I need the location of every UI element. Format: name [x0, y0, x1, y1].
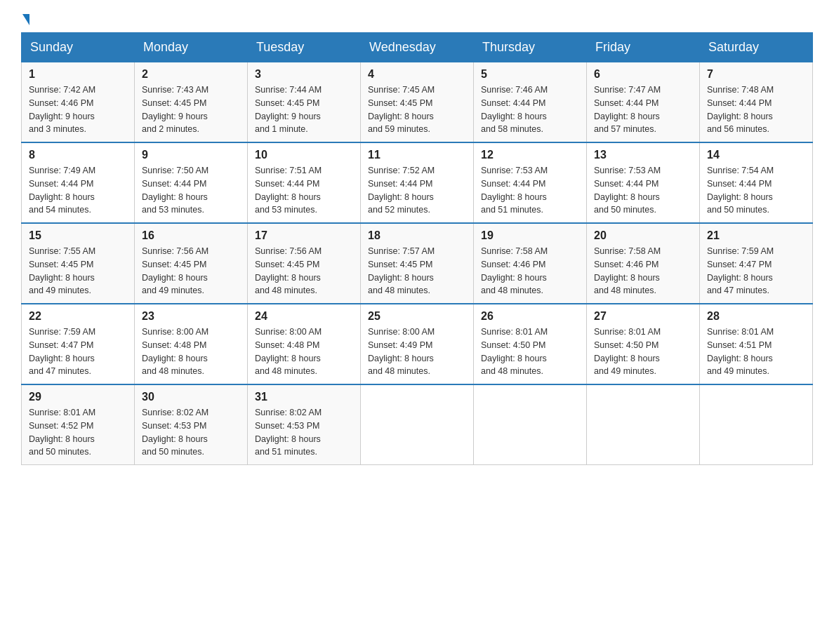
day-number: 9: [142, 149, 240, 161]
calendar-cell: 20Sunrise: 7:58 AMSunset: 4:46 PMDayligh…: [587, 223, 700, 304]
day-info: Sunrise: 7:46 AMSunset: 4:44 PMDaylight:…: [481, 83, 579, 136]
day-info: Sunrise: 7:53 AMSunset: 4:44 PMDaylight:…: [594, 164, 692, 217]
calendar-cell: 8Sunrise: 7:49 AMSunset: 4:44 PMDaylight…: [22, 142, 135, 223]
calendar-table: SundayMondayTuesdayWednesdayThursdayFrid…: [21, 32, 813, 465]
day-number: 8: [29, 149, 127, 161]
calendar-cell: 3Sunrise: 7:44 AMSunset: 4:45 PMDaylight…: [248, 62, 361, 143]
day-info: Sunrise: 7:58 AMSunset: 4:46 PMDaylight:…: [481, 245, 579, 297]
day-number: 12: [481, 149, 579, 161]
calendar-week-row: 15Sunrise: 7:55 AMSunset: 4:45 PMDayligh…: [22, 223, 813, 304]
day-number: 13: [594, 149, 692, 161]
day-number: 7: [707, 68, 805, 81]
calendar-cell: 4Sunrise: 7:45 AMSunset: 4:45 PMDaylight…: [361, 62, 474, 143]
day-number: 2: [142, 68, 240, 81]
calendar-cell: 28Sunrise: 8:01 AMSunset: 4:51 PMDayligh…: [700, 304, 813, 384]
weekday-header-sunday: Sunday: [22, 33, 135, 62]
calendar-cell: 12Sunrise: 7:53 AMSunset: 4:44 PMDayligh…: [474, 142, 587, 223]
day-number: 14: [707, 149, 805, 161]
calendar-cell: [474, 384, 587, 465]
calendar-cell: 29Sunrise: 8:01 AMSunset: 4:52 PMDayligh…: [22, 384, 135, 465]
day-info: Sunrise: 8:02 AMSunset: 4:53 PMDaylight:…: [255, 406, 353, 459]
calendar-cell: 5Sunrise: 7:46 AMSunset: 4:44 PMDaylight…: [474, 62, 587, 143]
calendar-cell: 21Sunrise: 7:59 AMSunset: 4:47 PMDayligh…: [700, 223, 813, 304]
calendar-week-row: 29Sunrise: 8:01 AMSunset: 4:52 PMDayligh…: [22, 384, 813, 465]
day-number: 15: [29, 229, 127, 242]
page-header: [21, 14, 813, 25]
day-info: Sunrise: 8:02 AMSunset: 4:53 PMDaylight:…: [142, 406, 240, 459]
day-number: 5: [481, 68, 579, 81]
day-info: Sunrise: 7:56 AMSunset: 4:45 PMDaylight:…: [142, 245, 240, 297]
day-number: 30: [142, 391, 240, 403]
weekday-header-thursday: Thursday: [474, 33, 587, 62]
calendar-cell: 2Sunrise: 7:43 AMSunset: 4:45 PMDaylight…: [135, 62, 248, 143]
calendar-cell: 9Sunrise: 7:50 AMSunset: 4:44 PMDaylight…: [135, 142, 248, 223]
day-info: Sunrise: 7:48 AMSunset: 4:44 PMDaylight:…: [707, 83, 805, 136]
weekday-header-wednesday: Wednesday: [361, 33, 474, 62]
day-info: Sunrise: 8:01 AMSunset: 4:50 PMDaylight:…: [481, 326, 579, 378]
day-info: Sunrise: 7:45 AMSunset: 4:45 PMDaylight:…: [368, 83, 466, 136]
calendar-cell: 7Sunrise: 7:48 AMSunset: 4:44 PMDaylight…: [700, 62, 813, 143]
weekday-header-row: SundayMondayTuesdayWednesdayThursdayFrid…: [22, 33, 813, 62]
day-info: Sunrise: 8:00 AMSunset: 4:49 PMDaylight:…: [368, 326, 466, 378]
day-number: 18: [368, 229, 466, 242]
day-info: Sunrise: 7:55 AMSunset: 4:45 PMDaylight:…: [29, 245, 127, 297]
weekday-header-monday: Monday: [135, 33, 248, 62]
calendar-cell: 13Sunrise: 7:53 AMSunset: 4:44 PMDayligh…: [587, 142, 700, 223]
day-number: 17: [255, 229, 353, 242]
day-info: Sunrise: 7:44 AMSunset: 4:45 PMDaylight:…: [255, 83, 353, 136]
day-number: 6: [594, 68, 692, 81]
day-number: 16: [142, 229, 240, 242]
day-number: 29: [29, 391, 127, 403]
calendar-cell: 14Sunrise: 7:54 AMSunset: 4:44 PMDayligh…: [700, 142, 813, 223]
day-info: Sunrise: 8:00 AMSunset: 4:48 PMDaylight:…: [255, 326, 353, 378]
day-info: Sunrise: 7:51 AMSunset: 4:44 PMDaylight:…: [255, 164, 353, 217]
day-info: Sunrise: 7:57 AMSunset: 4:45 PMDaylight:…: [368, 245, 466, 297]
calendar-cell: 22Sunrise: 7:59 AMSunset: 4:47 PMDayligh…: [22, 304, 135, 384]
calendar-cell: 30Sunrise: 8:02 AMSunset: 4:53 PMDayligh…: [135, 384, 248, 465]
day-info: Sunrise: 7:59 AMSunset: 4:47 PMDaylight:…: [707, 245, 805, 297]
day-number: 26: [481, 310, 579, 323]
day-info: Sunrise: 7:56 AMSunset: 4:45 PMDaylight:…: [255, 245, 353, 297]
calendar-cell: 18Sunrise: 7:57 AMSunset: 4:45 PMDayligh…: [361, 223, 474, 304]
day-number: 11: [368, 149, 466, 161]
logo-triangle-icon: [22, 14, 29, 25]
day-info: Sunrise: 8:01 AMSunset: 4:52 PMDaylight:…: [29, 406, 127, 459]
day-info: Sunrise: 8:01 AMSunset: 4:50 PMDaylight:…: [594, 326, 692, 378]
calendar-cell: 31Sunrise: 8:02 AMSunset: 4:53 PMDayligh…: [248, 384, 361, 465]
calendar-cell: 26Sunrise: 8:01 AMSunset: 4:50 PMDayligh…: [474, 304, 587, 384]
day-number: 27: [594, 310, 692, 323]
day-number: 10: [255, 149, 353, 161]
day-info: Sunrise: 7:53 AMSunset: 4:44 PMDaylight:…: [481, 164, 579, 217]
calendar-cell: [700, 384, 813, 465]
day-info: Sunrise: 8:01 AMSunset: 4:51 PMDaylight:…: [707, 326, 805, 378]
calendar-cell: 27Sunrise: 8:01 AMSunset: 4:50 PMDayligh…: [587, 304, 700, 384]
calendar-cell: 16Sunrise: 7:56 AMSunset: 4:45 PMDayligh…: [135, 223, 248, 304]
day-number: 23: [142, 310, 240, 323]
calendar-cell: 24Sunrise: 8:00 AMSunset: 4:48 PMDayligh…: [248, 304, 361, 384]
day-number: 25: [368, 310, 466, 323]
day-number: 24: [255, 310, 353, 323]
calendar-cell: 15Sunrise: 7:55 AMSunset: 4:45 PMDayligh…: [22, 223, 135, 304]
calendar-week-row: 22Sunrise: 7:59 AMSunset: 4:47 PMDayligh…: [22, 304, 813, 384]
calendar-cell: 6Sunrise: 7:47 AMSunset: 4:44 PMDaylight…: [587, 62, 700, 143]
day-info: Sunrise: 7:49 AMSunset: 4:44 PMDaylight:…: [29, 164, 127, 217]
calendar-cell: 1Sunrise: 7:42 AMSunset: 4:46 PMDaylight…: [22, 62, 135, 143]
calendar-cell: 19Sunrise: 7:58 AMSunset: 4:46 PMDayligh…: [474, 223, 587, 304]
calendar-cell: [587, 384, 700, 465]
day-number: 28: [707, 310, 805, 323]
day-number: 20: [594, 229, 692, 242]
day-number: 1: [29, 68, 127, 81]
day-info: Sunrise: 7:58 AMSunset: 4:46 PMDaylight:…: [594, 245, 692, 297]
day-number: 4: [368, 68, 466, 81]
logo: [21, 14, 29, 25]
day-info: Sunrise: 7:59 AMSunset: 4:47 PMDaylight:…: [29, 326, 127, 378]
day-info: Sunrise: 7:43 AMSunset: 4:45 PMDaylight:…: [142, 83, 240, 136]
day-info: Sunrise: 7:47 AMSunset: 4:44 PMDaylight:…: [594, 83, 692, 136]
day-number: 31: [255, 391, 353, 403]
calendar-cell: 11Sunrise: 7:52 AMSunset: 4:44 PMDayligh…: [361, 142, 474, 223]
weekday-header-tuesday: Tuesday: [248, 33, 361, 62]
calendar-week-row: 8Sunrise: 7:49 AMSunset: 4:44 PMDaylight…: [22, 142, 813, 223]
calendar-cell: 25Sunrise: 8:00 AMSunset: 4:49 PMDayligh…: [361, 304, 474, 384]
day-info: Sunrise: 7:42 AMSunset: 4:46 PMDaylight:…: [29, 83, 127, 136]
calendar-cell: [361, 384, 474, 465]
